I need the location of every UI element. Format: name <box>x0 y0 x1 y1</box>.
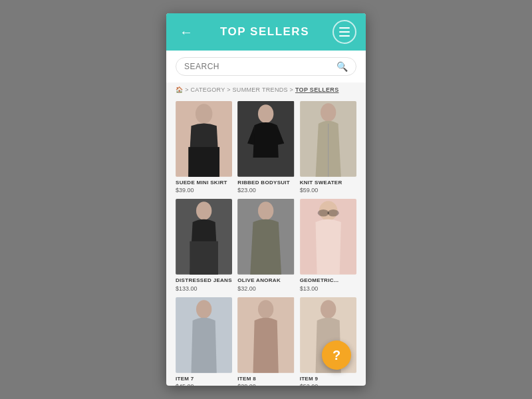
search-field-container: 🔍 <box>176 57 356 76</box>
svg-rect-10 <box>190 241 218 275</box>
svg-point-9 <box>196 202 211 221</box>
breadcrumb: 🏠 > CATEGORY > SUMMER TRENDS > TOP SELLE… <box>166 82 366 97</box>
menu-line-1 <box>339 27 350 29</box>
svg-point-23 <box>321 300 336 319</box>
product-name: ITEM 9 <box>300 376 356 382</box>
app-container: ← TOP SELLERS 🔍 🏠 > CATEGORY > SUMMER TR… <box>166 13 366 386</box>
product-name: OLIVE ANORAK <box>237 277 294 284</box>
product-image <box>237 101 294 177</box>
svg-rect-2 <box>188 147 219 177</box>
product-name: ITEM 8 <box>237 376 294 382</box>
product-price: $13.00 <box>300 285 356 292</box>
product-price: $133.00 <box>176 285 232 292</box>
product-image <box>300 199 356 275</box>
product-image <box>176 101 232 177</box>
product-item[interactable]: ITEM 8$28.00 <box>237 297 294 386</box>
svg-point-21 <box>258 300 273 319</box>
product-name: ITEM 7 <box>176 376 232 382</box>
home-icon[interactable]: 🏠 <box>176 86 183 93</box>
product-name: GEOMETRIC... <box>300 277 356 284</box>
product-item[interactable]: GEOMETRIC...$13.00 <box>300 199 356 291</box>
menu-button[interactable] <box>332 20 356 44</box>
product-price: $45.00 <box>176 383 232 386</box>
search-bar: 🔍 <box>166 51 366 82</box>
product-image <box>176 199 232 275</box>
product-image <box>237 297 294 373</box>
product-name: SUEDE MINI SKIRT <box>176 180 232 186</box>
help-fab[interactable]: ? <box>322 340 351 370</box>
product-price: $28.00 <box>237 383 294 386</box>
product-name: KNIT SWEATER <box>300 180 356 186</box>
svg-point-12 <box>258 202 273 221</box>
product-item[interactable]: KNIT SWEATER$59.00 <box>300 101 356 194</box>
product-item[interactable]: SUEDE MINI SKIRT$39.00 <box>176 101 232 194</box>
breadcrumb-sep: > CATEGORY > SUMMER TRENDS > <box>185 86 295 93</box>
product-image <box>176 297 232 373</box>
search-input[interactable] <box>184 62 336 71</box>
product-item[interactable]: ITEM 7$45.00 <box>176 297 232 386</box>
svg-point-15 <box>317 209 329 217</box>
product-image <box>237 199 294 275</box>
svg-point-1 <box>196 104 213 124</box>
menu-line-3 <box>339 35 350 37</box>
product-item[interactable]: OLIVE ANORAK$32.00 <box>237 199 294 291</box>
product-item[interactable]: ITEM 9$52.00 <box>300 297 356 386</box>
product-name: DISTRESSED JEANS <box>176 277 232 284</box>
svg-point-19 <box>196 300 211 319</box>
svg-point-6 <box>321 103 336 122</box>
product-price: $32.00 <box>237 285 294 292</box>
breadcrumb-current: TOP SELLERS <box>295 86 338 93</box>
product-item[interactable]: DISTRESSED JEANS$133.00 <box>176 199 232 291</box>
header: ← TOP SELLERS <box>166 13 366 51</box>
svg-point-16 <box>327 209 338 217</box>
menu-line-2 <box>339 31 350 33</box>
product-image <box>300 101 356 177</box>
product-item[interactable]: RIBBED BODYSUIT$23.00 <box>237 101 294 194</box>
search-icon: 🔍 <box>336 61 348 72</box>
product-price: $59.00 <box>300 187 356 194</box>
phone-container: ← TOP SELLERS 🔍 🏠 > CATEGORY > SUMMER TR… <box>166 13 366 386</box>
svg-point-4 <box>258 104 273 123</box>
back-button[interactable]: ← <box>176 21 197 43</box>
product-price: $39.00 <box>176 187 232 194</box>
page-title: TOP SELLERS <box>220 25 309 39</box>
product-price: $52.00 <box>300 383 356 386</box>
product-name: RIBBED BODYSUIT <box>237 180 294 186</box>
product-price: $23.00 <box>237 187 294 194</box>
